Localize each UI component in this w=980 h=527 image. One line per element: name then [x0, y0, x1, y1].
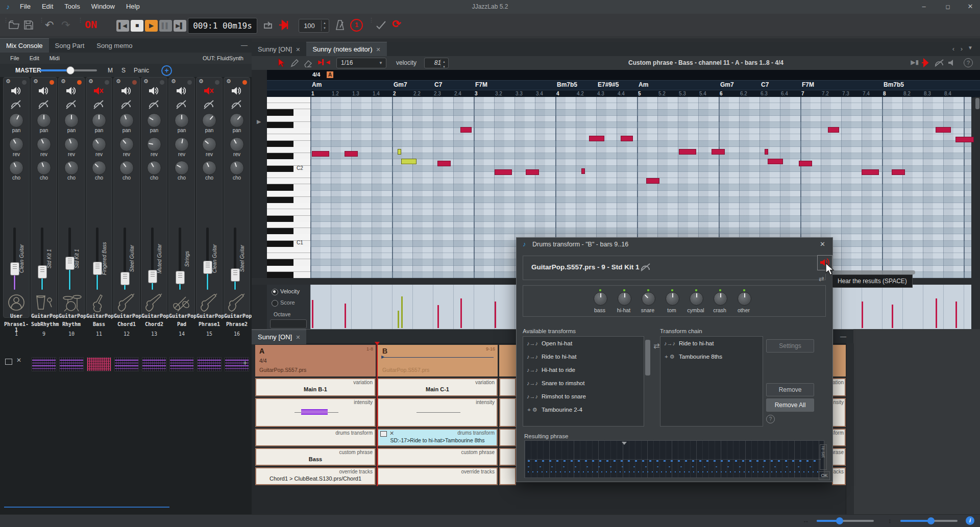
midi-note[interactable] — [768, 159, 783, 164]
channel-settings-icon[interactable]: ⚙ — [88, 78, 93, 85]
speaker-icon[interactable] — [947, 58, 957, 67]
editor-tab[interactable]: Sunny (notes editor)✕ — [306, 42, 386, 57]
cho-knob[interactable] — [202, 161, 216, 175]
chain-transform-item[interactable]: + ⚙Tambourine 8ths — [660, 350, 763, 363]
velocity-stem[interactable] — [437, 305, 439, 328]
cho-knob[interactable] — [147, 161, 161, 175]
settings-button[interactable]: Settings — [766, 339, 814, 353]
solo-headphones-icon[interactable] — [92, 99, 105, 112]
vertical-scrollbar-thumb[interactable] — [975, 98, 979, 109]
available-transform-item[interactable]: ♪→♪Hi-hat to ride — [523, 363, 644, 377]
pan-knob[interactable] — [64, 113, 79, 128]
loop-icon[interactable] — [262, 20, 274, 30]
part-b-variation-cell[interactable]: variation Main C-1 — [377, 378, 498, 396]
piano-key[interactable] — [267, 247, 310, 253]
song-part-sliver-cell[interactable]: intensity — [832, 398, 846, 427]
ok-button[interactable]: OK — [819, 471, 830, 480]
chain-transform-item[interactable]: ♪→♪Ride to hi-hat — [660, 337, 763, 350]
pan-knob[interactable] — [202, 113, 216, 128]
pan-knob[interactable] — [37, 113, 51, 128]
volume-fader-handle[interactable] — [38, 265, 47, 279]
master-volume-handle[interactable] — [66, 66, 75, 74]
pan-knob[interactable] — [147, 113, 161, 128]
song-part-sliver-cell[interactable]: custom phrase — [832, 448, 846, 466]
available-transform-item[interactable]: ♪→♪Snare to rimshot — [523, 377, 644, 390]
add-channel-button[interactable]: + — [161, 65, 172, 76]
panic-button[interactable]: Panic — [134, 67, 149, 74]
menu-file[interactable]: File — [14, 0, 36, 13]
midi-note[interactable] — [892, 169, 905, 175]
velocity-stem[interactable] — [401, 296, 403, 328]
mixer-strip-channel-15[interactable]: ⚙panrevchoClean GuitarGuitarPopPhrase115 — [196, 77, 223, 318]
rev-knob[interactable] — [37, 137, 51, 152]
piano-key[interactable] — [267, 153, 310, 159]
master-mute-button[interactable]: M — [108, 67, 113, 74]
stop-button[interactable]: ■ — [131, 20, 143, 32]
part-b-drums-transform-cell[interactable]: drums transform ✕ SD:-17>Ride to hi-hat>… — [377, 429, 498, 446]
midi-note[interactable] — [437, 161, 451, 166]
mute-button[interactable] — [38, 86, 49, 98]
mixer-strip-channel-14[interactable]: ⚙panrevchoStringsGuitarPopPad14 — [168, 77, 195, 318]
phrase-thumbnail[interactable] — [142, 357, 166, 371]
open-dialog-icon[interactable] — [380, 431, 387, 437]
piano-keyboard[interactable] — [267, 97, 310, 278]
channel-settings-icon[interactable]: ⚙ — [199, 78, 204, 85]
mix-tab-mix-console[interactable]: Mix Console — [0, 38, 49, 53]
solo-headphones-icon[interactable] — [10, 99, 22, 112]
midi-note[interactable] — [955, 137, 974, 142]
rev-knob[interactable] — [64, 137, 79, 152]
mix-menu-midi[interactable]: Midi — [44, 55, 65, 61]
piano-key[interactable] — [267, 272, 310, 278]
midi-note[interactable] — [828, 127, 839, 133]
editor-tab[interactable]: Sunny [ON]✕ — [252, 42, 306, 57]
restore-phrase-icon[interactable] — [5, 359, 12, 365]
volume-fader-handle[interactable] — [10, 262, 19, 275]
mute-button[interactable] — [231, 86, 242, 98]
panel-minimize-icon[interactable]: — — [241, 41, 248, 49]
volume-fader-handle[interactable] — [231, 268, 240, 282]
cho-knob[interactable] — [230, 161, 244, 175]
volume-fader-handle[interactable] — [65, 257, 75, 270]
available-transform-item[interactable]: ♪→♪Open hi-hat — [523, 337, 644, 350]
velocity-stem[interactable] — [892, 305, 893, 328]
close-button[interactable]: ✕ — [962, 0, 979, 13]
master-solo-button[interactable]: S — [121, 67, 126, 74]
part-b-header[interactable]: B 9-16 ▶ GuitarPop.S557.prs — [377, 345, 498, 377]
channel-settings-icon[interactable]: ⚙ — [143, 78, 149, 85]
tab-list-icon[interactable]: ▼ — [968, 45, 973, 51]
piano-key[interactable] — [267, 253, 310, 259]
volume-fader-handle[interactable] — [93, 262, 102, 275]
part-a-override-tracks-cell[interactable]: override tracks Chord1 > ClubBeat.S130.p… — [255, 467, 376, 485]
transform-chain-list[interactable]: ♪→♪Ride to hi-hat+ ⚙Tambourine 8ths — [660, 336, 763, 426]
cho-knob[interactable] — [92, 161, 106, 175]
phrase-thumbnail[interactable] — [114, 357, 139, 371]
solo-headphones-icon[interactable] — [65, 99, 77, 112]
playback-on-indicator[interactable]: ON — [85, 18, 97, 31]
reset-button[interactable]: re-set — [820, 444, 827, 470]
pause-button[interactable]: ▌▌ — [159, 20, 172, 32]
v-zoom-handle[interactable] — [927, 517, 935, 524]
velocity-stem[interactable] — [955, 302, 957, 328]
piano-key[interactable] — [267, 128, 310, 134]
velocity-stem[interactable] — [460, 298, 462, 328]
mute-button[interactable] — [203, 86, 214, 98]
solo-headphones-icon[interactable] — [203, 99, 215, 112]
pan-knob[interactable] — [92, 113, 106, 128]
menu-edit[interactable]: Edit — [36, 0, 59, 13]
pan-knob[interactable] — [119, 113, 134, 128]
drum-knob-snare[interactable] — [642, 292, 655, 306]
close-icon[interactable]: ✕ — [376, 46, 381, 53]
part-b-override-tracks-cell[interactable]: override tracks — [377, 467, 498, 485]
drum-knob-hi-hat[interactable] — [618, 292, 631, 306]
channel-settings-icon[interactable]: ⚙ — [33, 78, 38, 85]
velocity-stem[interactable] — [936, 298, 937, 328]
cho-knob[interactable] — [9, 161, 23, 175]
bar-ruler[interactable]: 11.21.31.422.22.32.433.23.33.444.24.34.4… — [267, 90, 980, 97]
save-icon[interactable] — [23, 20, 34, 30]
piano-key[interactable] — [267, 147, 310, 153]
open-song-icon[interactable] — [8, 20, 20, 30]
mute-button[interactable] — [120, 86, 132, 98]
piano-key[interactable] — [267, 209, 310, 215]
octave-dropdown[interactable] — [270, 319, 307, 329]
pan-knob[interactable] — [175, 113, 189, 128]
